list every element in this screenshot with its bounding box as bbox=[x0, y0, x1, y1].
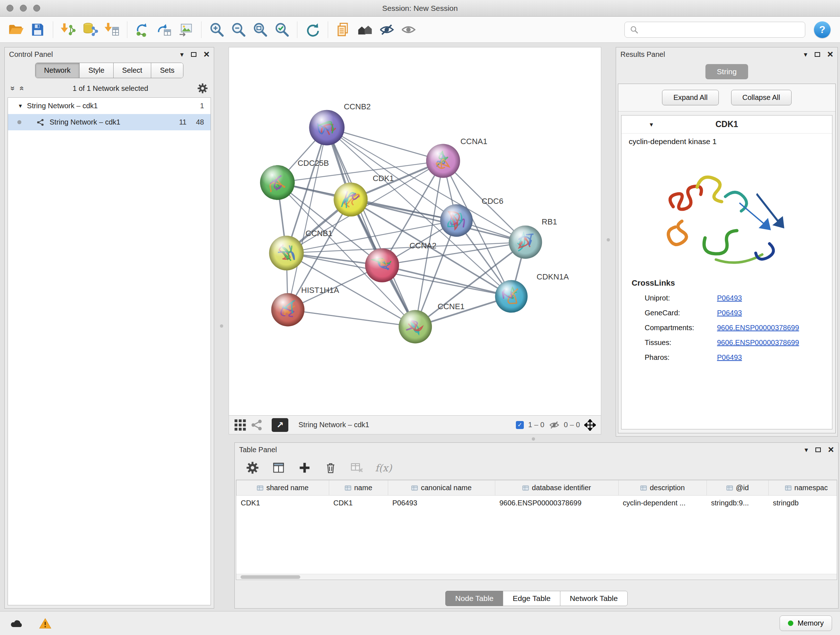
tab-edge-table[interactable]: Edge Table bbox=[503, 591, 561, 606]
table-cell[interactable]: cyclin-dependent ... bbox=[619, 496, 707, 511]
close-panel-icon[interactable]: × bbox=[827, 49, 833, 59]
zoom-fit-button[interactable] bbox=[249, 19, 271, 41]
column-header[interactable]: database identifier bbox=[495, 480, 619, 496]
tree-expanded-icon[interactable]: ▾ bbox=[19, 102, 22, 110]
network-node-RB1[interactable]: RB1 bbox=[508, 217, 557, 259]
network-node-CCNA1[interactable]: CCNA1 bbox=[426, 137, 487, 178]
cloud-status-button[interactable] bbox=[8, 616, 26, 631]
network-node-HIST1H1A[interactable]: HIST1H1A bbox=[271, 286, 339, 326]
memory-button[interactable]: Memory bbox=[780, 616, 832, 631]
column-header[interactable]: namespac bbox=[769, 480, 837, 496]
close-panel-icon[interactable]: × bbox=[204, 49, 210, 59]
grid-view-button[interactable] bbox=[234, 419, 246, 431]
delete-column-button[interactable] bbox=[323, 460, 338, 475]
collapse-panel-icon[interactable]: ▾ bbox=[180, 51, 184, 58]
zoom-in-button[interactable] bbox=[206, 19, 227, 41]
network-row-selected[interactable]: String Network – cdk1 11 48 bbox=[8, 114, 210, 130]
column-header[interactable]: description bbox=[619, 480, 707, 496]
network-node-CDKN1A[interactable]: CDKN1A bbox=[495, 272, 569, 313]
network-edge[interactable] bbox=[327, 128, 443, 161]
network-list-button[interactable] bbox=[251, 419, 263, 431]
string-home-button[interactable] bbox=[354, 19, 376, 41]
network-options-gear-icon[interactable] bbox=[197, 83, 208, 94]
tab-network-table[interactable]: Network Table bbox=[560, 591, 628, 606]
hidden-eye-slash-icon[interactable] bbox=[549, 420, 560, 431]
tab-style[interactable]: Style bbox=[80, 63, 113, 78]
import-table-button[interactable] bbox=[101, 19, 123, 41]
table-cell[interactable]: CDK1 bbox=[237, 496, 329, 511]
fit-content-crosshair-icon[interactable] bbox=[584, 419, 596, 431]
tab-select[interactable]: Select bbox=[114, 63, 152, 78]
column-header[interactable]: canonical name bbox=[388, 480, 495, 496]
table-options-button[interactable] bbox=[245, 460, 260, 475]
expand-all-icon[interactable]: » bbox=[17, 86, 26, 90]
show-columns-button[interactable] bbox=[271, 460, 286, 475]
crosslink-link[interactable]: 9606.ENSP00000378699 bbox=[717, 339, 799, 347]
horizontal-scrollbar[interactable] bbox=[236, 574, 837, 580]
create-network-from-selection-button[interactable] bbox=[132, 19, 153, 41]
help-button[interactable]: ? bbox=[814, 21, 831, 38]
duplicate-network-button[interactable] bbox=[332, 19, 354, 41]
show-details-button[interactable] bbox=[398, 19, 419, 41]
crosslink-link[interactable]: P06493 bbox=[717, 353, 742, 362]
scrollbar-thumb[interactable] bbox=[240, 575, 300, 579]
import-network-database-button[interactable] bbox=[79, 19, 101, 41]
splitter-handle[interactable] bbox=[532, 437, 535, 440]
table-cell[interactable]: stringdb:9... bbox=[707, 496, 769, 511]
tab-network[interactable]: Network bbox=[35, 63, 80, 78]
table-row[interactable]: CDK1 CDK1 P06493 9606.ENSP00000378699 cy… bbox=[237, 496, 837, 511]
column-header[interactable]: shared name bbox=[237, 480, 329, 496]
network-node-CCNE1[interactable]: CCNE1 bbox=[399, 302, 464, 344]
collapse-panel-icon[interactable]: ▾ bbox=[805, 447, 808, 453]
expand-all-button[interactable]: Expand All bbox=[662, 90, 719, 105]
crosslink-link[interactable]: 9606.ENSP00000378699 bbox=[717, 324, 799, 332]
birdseye-view-button[interactable]: ↗ bbox=[272, 418, 288, 432]
table-cell[interactable]: stringdb bbox=[769, 496, 837, 511]
save-session-button[interactable] bbox=[27, 19, 49, 41]
network-node-CDC25B[interactable]: CDC25B bbox=[260, 158, 329, 200]
import-network-file-button[interactable] bbox=[57, 19, 79, 41]
network-node-CDC6[interactable]: CDC6 bbox=[440, 196, 504, 237]
network-edge[interactable] bbox=[288, 128, 327, 310]
hide-details-button[interactable] bbox=[376, 19, 398, 41]
table-cell[interactable]: 9606.ENSP00000378699 bbox=[495, 496, 619, 511]
open-session-button[interactable] bbox=[5, 19, 27, 41]
zoom-selected-button[interactable] bbox=[271, 19, 293, 41]
float-panel-icon[interactable] bbox=[815, 52, 820, 57]
splitter-handle[interactable] bbox=[220, 325, 223, 328]
close-panel-icon[interactable]: × bbox=[828, 445, 834, 455]
gene-card-header[interactable]: ▾ CDK1 bbox=[622, 116, 832, 134]
crosslink-link[interactable]: P06493 bbox=[717, 309, 742, 317]
tab-sets[interactable]: Sets bbox=[151, 63, 183, 78]
export-image-button[interactable] bbox=[175, 19, 197, 41]
collapse-all-button[interactable]: Collapse All bbox=[731, 90, 791, 105]
network-canvas[interactable]: CCNB2CCNA1CDC25BCDK1CDC6RB1CCNB1CCNA2CDK… bbox=[229, 48, 601, 415]
refresh-layout-button[interactable] bbox=[302, 19, 324, 41]
crosslink-link[interactable]: P06493 bbox=[717, 294, 742, 302]
splitter-handle[interactable] bbox=[607, 238, 610, 241]
zoom-out-button[interactable] bbox=[227, 19, 249, 41]
column-header[interactable]: @id bbox=[707, 480, 769, 496]
tab-node-table[interactable]: Node Table bbox=[445, 591, 503, 606]
collapse-all-icon[interactable]: » bbox=[8, 86, 17, 90]
create-network-with-table-button[interactable] bbox=[153, 19, 175, 41]
warnings-button[interactable] bbox=[36, 616, 54, 631]
column-header[interactable]: name bbox=[329, 480, 388, 496]
table-cell[interactable]: P06493 bbox=[388, 496, 495, 511]
float-panel-icon[interactable] bbox=[191, 52, 196, 57]
float-panel-icon[interactable] bbox=[815, 448, 821, 452]
network-edge[interactable] bbox=[288, 310, 415, 327]
collapse-panel-icon[interactable]: ▾ bbox=[804, 51, 807, 58]
selected-checkbox-icon[interactable]: ✓ bbox=[516, 421, 524, 429]
network-collection-row[interactable]: ▾ String Network – cdk1 1 bbox=[8, 98, 210, 114]
function-builder-button[interactable]: f(x) bbox=[375, 462, 392, 473]
table-cell[interactable]: CDK1 bbox=[329, 496, 388, 511]
section-expanded-icon[interactable]: ▾ bbox=[650, 120, 653, 128]
network-node-CCNB1[interactable]: CCNB1 bbox=[269, 229, 332, 271]
search-box[interactable] bbox=[624, 22, 805, 38]
create-column-button[interactable] bbox=[297, 460, 312, 475]
network-node-CCNB2[interactable]: CCNB2 bbox=[309, 102, 371, 146]
results-tab-string[interactable]: String bbox=[706, 64, 748, 79]
network-edge[interactable] bbox=[327, 128, 415, 327]
search-input[interactable] bbox=[642, 25, 800, 34]
